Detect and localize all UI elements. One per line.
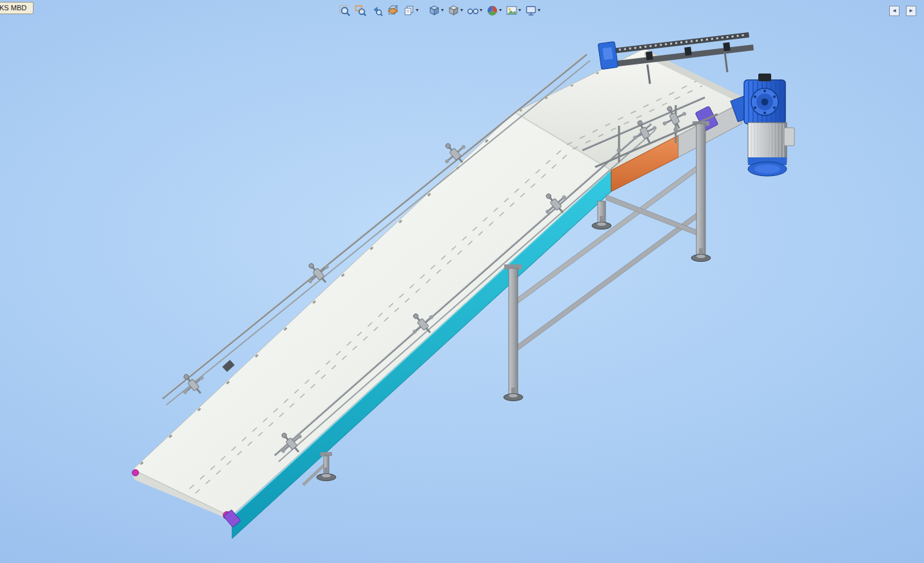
view-orientation-icon (428, 5, 440, 17)
gearbox-hub (762, 99, 769, 106)
edit-appearance-icon (486, 5, 498, 17)
edge-sensor-tab[interactable] (222, 360, 235, 372)
zoom-to-area-button[interactable] (353, 3, 368, 18)
viewport-3d[interactable] (0, 0, 924, 563)
annotation-views-icon (403, 5, 415, 17)
apply-scene-button[interactable]: ▾ (504, 3, 522, 18)
section-view-button[interactable] (386, 3, 400, 18)
zoom-to-fit-icon (339, 5, 351, 17)
heads-up-view-toolbar: ▾ ▾ ▾ ▾ ▾ (337, 3, 542, 18)
previous-view-icon (371, 5, 383, 17)
section-view-icon (387, 5, 399, 17)
zoom-to-area-icon (355, 5, 367, 17)
zoom-to-fit-button[interactable] (337, 3, 352, 18)
clamp-block[interactable] (645, 51, 653, 60)
dropdown-caret-icon[interactable]: ▾ (518, 8, 521, 13)
solidworks-mbd-tab[interactable]: KS MBD (0, 2, 34, 14)
taskpane-collapse-left-button[interactable]: ◄ (889, 6, 899, 16)
terminal-box[interactable] (784, 128, 794, 146)
clamp-knob[interactable] (674, 128, 678, 132)
tail-cap-magenta[interactable] (132, 469, 139, 476)
taskpane-collapse-right-button[interactable]: ► (906, 6, 916, 16)
hide-show-items-button[interactable]: ▾ (466, 3, 484, 18)
previous-view-button[interactable] (369, 3, 384, 18)
leg-mount-plate (320, 452, 332, 456)
view-orientation-button[interactable]: ▾ (427, 3, 445, 18)
leveling-foot[interactable] (592, 216, 611, 230)
clamp-block[interactable] (684, 46, 692, 55)
hide-show-items-icon (467, 5, 479, 17)
toolbar-separator (420, 10, 426, 11)
dropdown-caret-icon[interactable]: ▾ (441, 8, 444, 13)
view-settings-button[interactable]: ▾ (524, 3, 542, 18)
dropdown-caret-icon[interactable]: ▾ (460, 8, 463, 13)
annotation-views-button[interactable]: ▾ (402, 3, 420, 18)
leveling-foot[interactable] (504, 388, 523, 401)
view-settings-icon (525, 5, 537, 17)
display-style-icon (447, 5, 460, 17)
stand-leg-front[interactable] (509, 268, 518, 395)
fan-cover-inner (754, 164, 780, 173)
belt-incline-surface[interactable] (133, 112, 611, 517)
clamp-block[interactable] (723, 42, 731, 51)
frame-link (725, 52, 727, 72)
clamp-knob[interactable] (617, 148, 622, 153)
leveling-foot[interactable] (691, 248, 711, 262)
dropdown-caret-icon[interactable]: ▾ (416, 8, 418, 13)
dropdown-caret-icon[interactable]: ▾ (480, 8, 482, 13)
gearbox-cap (758, 74, 771, 81)
dropdown-caret-icon[interactable]: ▾ (499, 8, 502, 13)
clamp-bracket-face (602, 47, 613, 60)
stand-leg-rear[interactable] (696, 124, 705, 254)
edit-appearance-button[interactable]: ▾ (485, 3, 503, 18)
display-style-button[interactable]: ▾ (446, 3, 464, 18)
dropdown-caret-icon[interactable]: ▾ (538, 8, 540, 13)
apply-scene-icon (506, 5, 518, 17)
